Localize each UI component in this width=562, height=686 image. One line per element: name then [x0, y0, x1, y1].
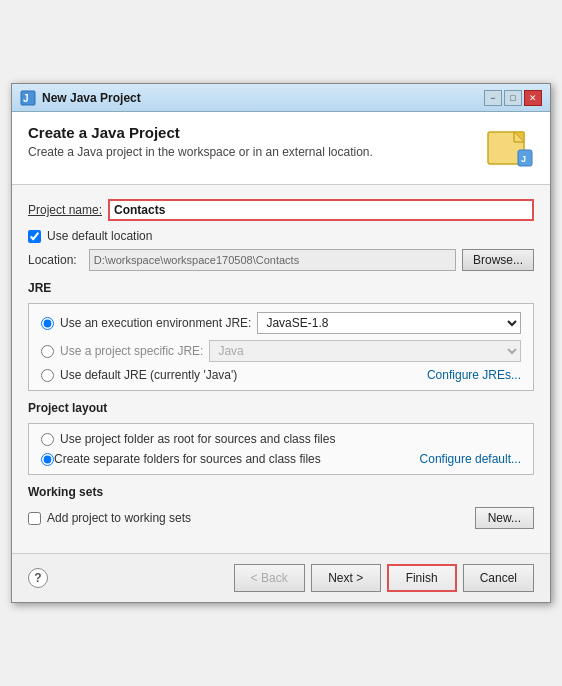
content: Project name: Use default location Locat… [12, 185, 550, 553]
java-project-icon: J [20, 90, 36, 106]
finish-button[interactable]: Finish [387, 564, 457, 592]
minimize-button[interactable]: − [484, 90, 502, 106]
project-name-row: Project name: [28, 199, 534, 221]
title-bar-buttons: − □ ✕ [484, 90, 542, 106]
header-icon: J [486, 124, 534, 172]
jre-radio-2[interactable] [41, 345, 54, 358]
working-sets-section-header: Working sets [28, 485, 534, 499]
location-input[interactable] [89, 249, 456, 271]
working-sets-checkbox[interactable] [28, 512, 41, 525]
title-bar-text: New Java Project [42, 91, 484, 105]
project-name-input[interactable] [108, 199, 534, 221]
use-default-location-label: Use default location [47, 229, 152, 243]
jre-option1-label: Use an execution environment JRE: [60, 316, 251, 330]
project-layout-section: Use project folder as root for sources a… [28, 423, 534, 475]
jre-option2-label: Use a project specific JRE: [60, 344, 203, 358]
layout-option2-label: Create separate folders for sources and … [54, 452, 321, 466]
maximize-button[interactable]: □ [504, 90, 522, 106]
location-label: Location: [28, 253, 77, 267]
jre-option1-row: Use an execution environment JRE: JavaSE… [41, 312, 521, 334]
cancel-button[interactable]: Cancel [463, 564, 534, 592]
header-title: Create a Java Project [28, 124, 373, 141]
configure-jre-link[interactable]: Configure JREs... [427, 368, 521, 382]
new-working-set-button[interactable]: New... [475, 507, 534, 529]
close-button[interactable]: ✕ [524, 90, 542, 106]
working-sets-label: Add project to working sets [47, 511, 191, 525]
working-sets-section: Add project to working sets New... [28, 507, 534, 529]
browse-button[interactable]: Browse... [462, 249, 534, 271]
jre-section-header: JRE [28, 281, 534, 295]
layout-option2-row: Create separate folders for sources and … [41, 452, 521, 466]
title-bar: J New Java Project − □ ✕ [12, 84, 550, 112]
jre-option3-row: Use default JRE (currently 'Java') Confi… [41, 368, 521, 382]
header-subtitle: Create a Java project in the workspace o… [28, 145, 373, 159]
next-button[interactable]: Next > [311, 564, 381, 592]
footer-buttons: < Back Next > Finish Cancel [234, 564, 534, 592]
svg-text:J: J [521, 154, 526, 164]
header-text: Create a Java Project Create a Java proj… [28, 124, 373, 159]
working-sets-row: Add project to working sets New... [28, 507, 534, 529]
working-sets-left: Add project to working sets [28, 511, 191, 525]
jre-radio-3[interactable] [41, 369, 54, 382]
jre-dropdown-2[interactable]: Java [209, 340, 521, 362]
footer: ? < Back Next > Finish Cancel [12, 553, 550, 602]
jre-option2-row: Use a project specific JRE: Java [41, 340, 521, 362]
jre-option3-label: Use default JRE (currently 'Java') [60, 368, 421, 382]
layout-radio-2[interactable] [41, 453, 54, 466]
layout-radio-1[interactable] [41, 433, 54, 446]
layout-option1-row: Use project folder as root for sources a… [41, 432, 521, 446]
project-name-label: Project name: [28, 203, 102, 217]
use-default-location-row: Use default location [28, 229, 534, 243]
help-button[interactable]: ? [28, 568, 48, 588]
location-row: Location: Browse... [28, 249, 534, 271]
layout-option1-label: Use project folder as root for sources a… [60, 432, 335, 446]
dialog: J New Java Project − □ ✕ Create a Java P… [11, 83, 551, 603]
footer-left: ? [28, 568, 48, 588]
header-section: Create a Java Project Create a Java proj… [12, 112, 550, 185]
jre-radio-1[interactable] [41, 317, 54, 330]
configure-default-link[interactable]: Configure default... [420, 452, 521, 466]
jre-dropdown-1[interactable]: JavaSE-1.8 JavaSE-1.7 JavaSE-1.6 [257, 312, 521, 334]
back-button[interactable]: < Back [234, 564, 305, 592]
project-layout-section-header: Project layout [28, 401, 534, 415]
jre-section: Use an execution environment JRE: JavaSE… [28, 303, 534, 391]
svg-text:J: J [23, 93, 29, 104]
use-default-location-checkbox[interactable] [28, 230, 41, 243]
